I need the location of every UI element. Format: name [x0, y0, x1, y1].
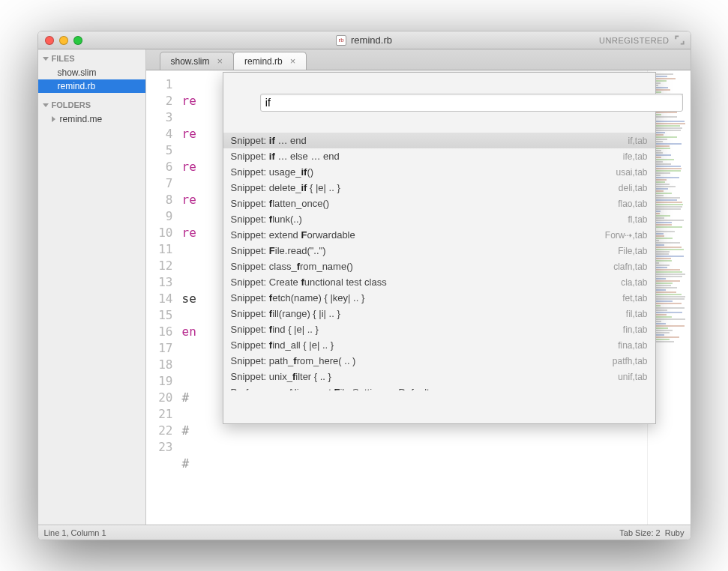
sidebar-folder-item[interactable]: remind.me [38, 112, 145, 126]
palette-item[interactable]: Snippet: find { |e| .. }fin,tab [223, 321, 655, 337]
line-number: 23 [146, 439, 173, 456]
line-number: 13 [146, 274, 173, 291]
palette-item[interactable]: Snippet: if … endif,tab [223, 133, 655, 148]
code-surface[interactable]: re re re re re se en # # # Da S class No… [179, 70, 647, 525]
palette-item[interactable]: Snippet: class_from_name()clafn,tab [223, 259, 655, 274]
close-tab-icon[interactable]: × [217, 56, 223, 66]
palette-item[interactable]: Snippet: fetch(name) { |key| .. }fet,tab [223, 290, 655, 306]
line-number: 9 [146, 208, 173, 225]
line-number: 22 [146, 423, 173, 439]
disclosure-down-icon [43, 57, 49, 61]
command-palette-list: Snippet: if … endif,tabSnippet: if … els… [223, 133, 655, 390]
tab-bar: show.slim × remind.rb × [146, 49, 691, 70]
palette-item[interactable]: Snippet: flunk(..)fl,tab [223, 211, 655, 227]
traffic-lights [38, 36, 82, 45]
tab[interactable]: remind.rb × [233, 52, 307, 70]
line-number: 10 [146, 225, 173, 241]
line-number: 21 [146, 406, 173, 423]
editor-window: rb remind.rb UNREGISTERED FILES show.sli… [37, 31, 691, 540]
status-bar: Line 1, Column 1 Tab Size: 2 Ruby [38, 525, 691, 540]
line-number: 17 [146, 340, 173, 357]
window-title: rb remind.rb [38, 34, 691, 46]
palette-item[interactable]: Snippet: Create functional test classcla… [223, 274, 655, 290]
minimize-icon[interactable] [59, 36, 68, 45]
line-number-gutter: 1234567891011121314151617181920212223 [146, 70, 179, 525]
title-text: remind.rb [351, 34, 392, 46]
palette-item[interactable]: Snippet: File.read("..")File,tab [223, 243, 655, 259]
disclosure-right-icon [52, 116, 55, 122]
status-position: Line 1, Column 1 [44, 528, 106, 537]
editor-area[interactable]: 1234567891011121314151617181920212223 re… [146, 70, 691, 525]
sidebar-file-item[interactable]: remind.rb [38, 79, 145, 93]
close-icon[interactable] [45, 36, 54, 45]
line-number: 1 [146, 76, 173, 93]
status-right: Tab Size: 2 Ruby [619, 528, 684, 537]
tab[interactable]: show.slim × [160, 52, 235, 70]
command-palette-input[interactable] [260, 94, 683, 112]
line-number: 2 [146, 93, 173, 109]
line-number: 14 [146, 291, 173, 307]
palette-item[interactable]: Snippet: find_all { |e| .. }fina,tab [223, 337, 655, 353]
status-syntax[interactable]: Ruby [665, 528, 685, 537]
sidebar: FILES show.slim remind.rb FOLDERS remind… [38, 49, 146, 525]
line-number: 8 [146, 192, 173, 208]
line-number: 5 [146, 142, 173, 159]
license-badge: UNREGISTERED [599, 36, 669, 45]
line-number: 12 [146, 258, 173, 274]
command-palette: Snippet: if … endif,tabSnippet: if … els… [223, 72, 656, 424]
sidebar-files-header[interactable]: FILES [38, 49, 145, 66]
sidebar-folders-header[interactable]: FOLDERS [38, 96, 145, 112]
line-number: 4 [146, 126, 173, 142]
line-number: 7 [146, 175, 173, 192]
line-number: 19 [146, 373, 173, 390]
disclosure-down-icon [43, 103, 49, 107]
line-number: 18 [146, 357, 173, 373]
palette-item[interactable]: Snippet: fill(range) { |i| .. }fil,tab [223, 306, 655, 321]
palette-item[interactable]: Snippet: if … else … endife,tab [223, 148, 655, 164]
line-number: 20 [146, 390, 173, 406]
ruby-file-icon: rb [336, 35, 346, 46]
palette-item[interactable]: Snippet: usage_if()usai,tab [223, 164, 655, 180]
palette-item[interactable]: Snippet: unix_filter { .. }unif,tab [223, 369, 655, 384]
palette-item[interactable]: Snippet: path_from_here( .. )patfh,tab [223, 353, 655, 369]
titlebar: rb remind.rb UNREGISTERED [38, 31, 691, 49]
close-tab-icon[interactable]: × [290, 56, 296, 66]
sidebar-file-item[interactable]: show.slim [38, 66, 145, 79]
line-number: 6 [146, 159, 173, 175]
fullscreen-icon[interactable] [675, 35, 685, 45]
line-number: 11 [146, 241, 173, 258]
palette-item[interactable]: Snippet: flatten_once()flao,tab [223, 196, 655, 211]
line-number: 3 [146, 109, 173, 126]
status-tabsize[interactable]: Tab Size: 2 [619, 528, 660, 537]
palette-item[interactable]: Snippet: extend ForwardableForw⇢,tab [223, 227, 655, 243]
palette-item[interactable]: Preferences: Alignment File Settings – D… [223, 384, 655, 390]
line-number: 15 [146, 307, 173, 324]
line-number: 16 [146, 324, 173, 340]
zoom-icon[interactable] [73, 36, 82, 45]
palette-item[interactable]: Snippet: delete_if { |e| .. }deli,tab [223, 180, 655, 196]
